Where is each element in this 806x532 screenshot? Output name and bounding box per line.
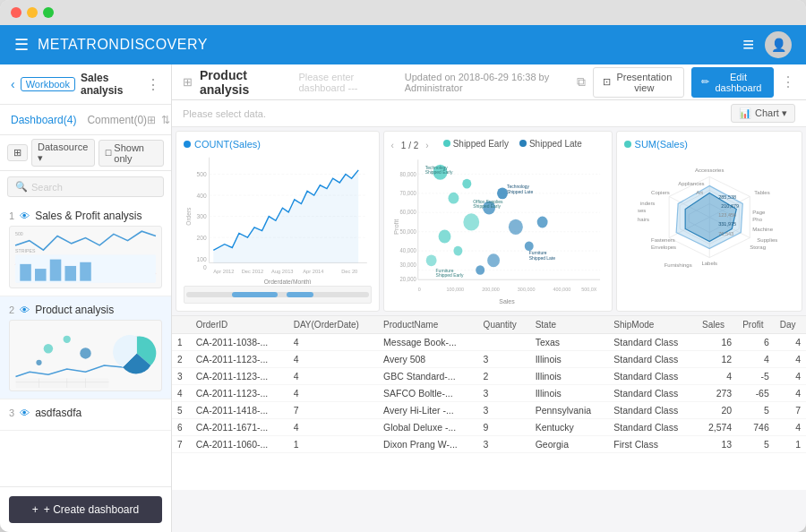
item-3-header: 3 👁 asdfasdfа	[9, 407, 162, 419]
cell-product: GBC Standard-...	[378, 368, 478, 385]
item-1-num: 1	[9, 210, 14, 221]
table-row[interactable]: 7 CA-2011-1060-... 1 Dixon Prang W-... 3…	[172, 436, 806, 453]
svg-text:500: 500	[15, 231, 23, 236]
tab-dashboard[interactable]: Dashboard(4)	[11, 114, 76, 126]
more-options-icon[interactable]: ⋮	[781, 73, 795, 90]
copy-icon[interactable]: ⧉	[577, 74, 586, 90]
item-2-thumbnail	[9, 320, 162, 391]
cell-state: Georgia	[530, 436, 609, 453]
sidebar-more-button[interactable]: ⋮	[146, 76, 160, 93]
line-chart-container: 500 400 300 200 100 0 Orders Apr 2012 De…	[184, 153, 372, 284]
row-num: 3	[172, 368, 191, 385]
cell-state: Illinois	[530, 368, 609, 385]
item-1-thumbnail: 500 STRIPES	[9, 226, 162, 288]
search-placeholder: Search	[31, 182, 63, 193]
dashboard-item-2[interactable]: 2 👁 Product analysis	[0, 296, 171, 399]
list-view-icon[interactable]: ⊞	[147, 114, 156, 126]
presentation-label: Presentation view	[614, 72, 674, 93]
svg-text:Storag: Storag	[750, 245, 766, 250]
chart-type-button[interactable]: 📊 Chart ▾	[731, 104, 795, 123]
logo: METATRONDISCOVERY	[38, 37, 208, 53]
col-sales[interactable]: Sales	[697, 316, 737, 334]
svg-text:Shipped Early: Shipped Early	[424, 169, 452, 175]
range-slider[interactable]	[184, 286, 372, 304]
svg-rect-5	[80, 262, 91, 281]
tab-comment[interactable]: Comment(0)	[87, 114, 147, 126]
cell-order-id: CA-2011-1038-...	[191, 334, 288, 351]
maximize-button[interactable]	[43, 7, 54, 18]
datasource-button[interactable]: Datasource ▾	[31, 139, 95, 167]
close-button[interactable]	[11, 7, 21, 18]
sidebar-tab-icons: ⊞ ⇅	[147, 114, 170, 126]
cell-state: Texas	[530, 334, 609, 351]
cell-day-num: 1	[775, 436, 806, 453]
col-quantity[interactable]: Quantity	[478, 316, 530, 334]
svg-text:80,000: 80,000	[399, 170, 416, 176]
cell-order-id: CA-2011-1060-...	[191, 436, 288, 453]
cell-qty	[478, 334, 530, 351]
table-row[interactable]: 6 CA-2011-1671-... 4 Global Deluxe -... …	[172, 419, 806, 436]
cell-day-num: 4	[775, 351, 806, 368]
legend-early: Shipped Early	[443, 139, 509, 149]
col-state[interactable]: State	[530, 316, 609, 334]
svg-text:Art: Art	[696, 190, 703, 195]
shown-only-button[interactable]: ☐ Shown only	[99, 140, 164, 167]
svg-point-9	[64, 336, 71, 343]
col-profit[interactable]: Profit	[737, 316, 775, 334]
svg-text:50,000: 50,000	[399, 228, 416, 235]
data-table-area: OrderID DAY(OrderDate) ProductName Quant…	[172, 315, 806, 490]
col-day-order[interactable]: DAY(OrderDate)	[288, 316, 378, 334]
item-1-eye-icon: 👁	[20, 210, 30, 221]
table-row[interactable]: 3 CA-2011-1123-... 4 GBC Standard-... 2 …	[172, 368, 806, 385]
minimize-button[interactable]	[27, 7, 38, 18]
cell-ship: Standard Class	[608, 402, 697, 419]
cell-order-id: CA-2011-1123-...	[191, 368, 288, 385]
col-day[interactable]: Day	[775, 316, 806, 334]
grid-button[interactable]: ⊞	[7, 144, 28, 161]
svg-text:Apr 2012: Apr 2012	[213, 269, 234, 274]
edit-label: Edit dashboard	[713, 72, 764, 93]
workbook-tag[interactable]: Workbook	[21, 77, 75, 91]
table-row[interactable]: 2 CA-2011-1123-... 4 Avery 508 3 Illinoi…	[172, 351, 806, 368]
dashboard-item-3[interactable]: 3 👁 asdfasdfа	[0, 399, 171, 431]
svg-text:Orderdate(Month): Orderdate(Month)	[264, 279, 312, 284]
item-2-num: 2	[9, 305, 14, 315]
topbar: ☰ METATRONDISCOVERY ≡ 👤	[0, 25, 806, 64]
svg-text:400,000: 400,000	[553, 287, 570, 292]
cell-ship: Standard Class	[608, 385, 697, 402]
item-2-header: 2 👁 Product analysis	[9, 304, 162, 316]
sort-icon[interactable]: ⇅	[161, 114, 170, 126]
col-product-name[interactable]: ProductName	[378, 316, 478, 334]
create-dashboard-button[interactable]: + + Create dashboard	[9, 496, 162, 523]
col-ship-mode[interactable]: ShipMode	[608, 316, 697, 334]
presentation-view-button[interactable]: ⊡ Presentation view	[593, 67, 684, 98]
avatar[interactable]: 👤	[765, 31, 792, 58]
cell-qty: 3	[478, 402, 530, 419]
svg-text:60,000: 60,000	[399, 209, 416, 215]
cell-profit: -5	[737, 368, 775, 385]
scatter-chart-panel: ‹ 1 / 2 › Shipped Early Shipped Late	[383, 131, 613, 312]
sidebar-toolbar: ⊞ Datasource ▾ ☐ Shown only	[0, 135, 171, 171]
cell-state: Pennsylvania	[530, 402, 609, 419]
content-header-placeholder: Please enter dashboard ---	[298, 72, 397, 93]
hamburger-menu[interactable]: ☰	[14, 35, 29, 55]
select-data-text: Please select data.	[183, 108, 731, 119]
dashboard-item-1[interactable]: 1 👁 Sales & Profit analysis	[0, 202, 171, 296]
window-controls	[11, 7, 54, 18]
back-button[interactable]: ‹	[11, 77, 15, 91]
col-row-num	[172, 316, 191, 334]
svg-text:285,538: 285,538	[718, 194, 736, 200]
svg-text:STRIPES: STRIPES	[15, 248, 36, 253]
table-row[interactable]: 1 CA-2011-1038-... 4 Message Book-... Te…	[172, 334, 806, 351]
search-box[interactable]: 🔍 Search	[7, 176, 164, 197]
col-order-id[interactable]: OrderID	[191, 316, 288, 334]
scatter-prev[interactable]: ‹	[391, 141, 394, 150]
svg-text:20,000: 20,000	[399, 276, 416, 282]
table-row[interactable]: 5 CA-2011-1418-... 7 Avery Hi-Liter -...…	[172, 402, 806, 419]
cell-ship: Standard Class	[608, 419, 697, 436]
topbar-menu-icon[interactable]: ≡	[742, 33, 754, 56]
table-row[interactable]: 4 CA-2011-1123-... 4 SAFCO Boltle-... 3 …	[172, 385, 806, 402]
scatter-next[interactable]: ›	[425, 141, 428, 150]
logo-light: DISCOVERY	[119, 37, 207, 52]
edit-dashboard-button[interactable]: ✏ Edit dashboard	[691, 67, 774, 98]
